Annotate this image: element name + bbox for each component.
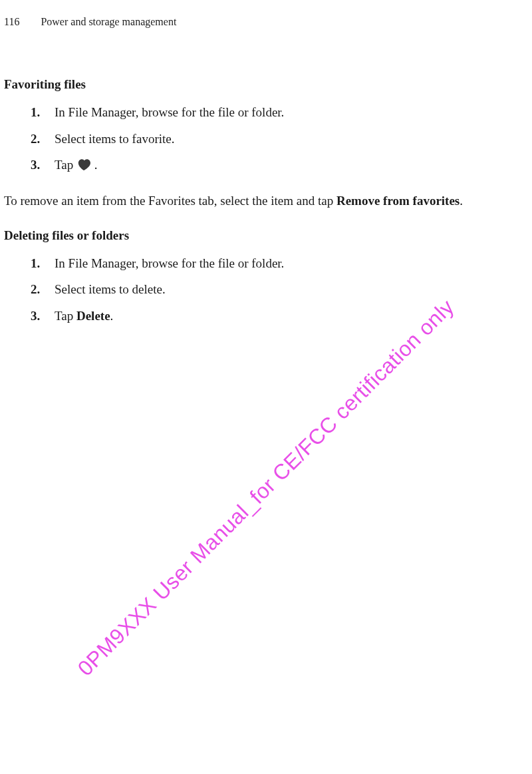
- heart-icon: [76, 158, 91, 171]
- step-text-prefix: Tap: [55, 158, 76, 172]
- steps-deleting: In File Manager, browse for the file or …: [31, 255, 528, 325]
- content-area: Favoriting files In File Manager, browse…: [4, 67, 528, 333]
- running-header: 116 Power and storage management: [4, 16, 532, 28]
- section-title-deleting: Deleting files or folders: [4, 228, 528, 243]
- step-text-prefix: Tap: [55, 309, 76, 323]
- step-item: Select items to favorite.: [31, 130, 528, 148]
- step-item: In File Manager, browse for the file or …: [31, 255, 528, 272]
- step-item: Tap .: [31, 156, 528, 174]
- watermark-text: 0PM9XXX User Manual_for CE/FCC certifica…: [73, 294, 459, 680]
- step-text: Select items to delete.: [55, 282, 166, 296]
- note-suffix: .: [460, 194, 463, 208]
- page: 116 Power and storage management Favorit…: [0, 0, 532, 774]
- step-bold: Delete: [76, 309, 110, 323]
- step-text: In File Manager, browse for the file or …: [55, 105, 284, 119]
- note-bold: Remove from favorites: [336, 194, 460, 208]
- header-title: Power and storage management: [41, 16, 176, 28]
- step-item: Select items to delete.: [31, 281, 528, 298]
- step-text-suffix: .: [91, 158, 98, 172]
- page-number: 116: [4, 16, 19, 28]
- step-item: In File Manager, browse for the file or …: [31, 104, 528, 121]
- step-text: Select items to favorite.: [55, 132, 174, 146]
- step-text: In File Manager, browse for the file or …: [55, 256, 284, 270]
- note-prefix: To remove an item from the Favorites tab…: [4, 194, 336, 208]
- section-title-favoriting: Favoriting files: [4, 77, 528, 92]
- steps-favoriting: In File Manager, browse for the file or …: [31, 104, 528, 174]
- step-text-suffix: .: [110, 309, 114, 323]
- step-item: Tap Delete.: [31, 307, 528, 325]
- remove-favorites-note: To remove an item from the Favorites tab…: [4, 192, 528, 210]
